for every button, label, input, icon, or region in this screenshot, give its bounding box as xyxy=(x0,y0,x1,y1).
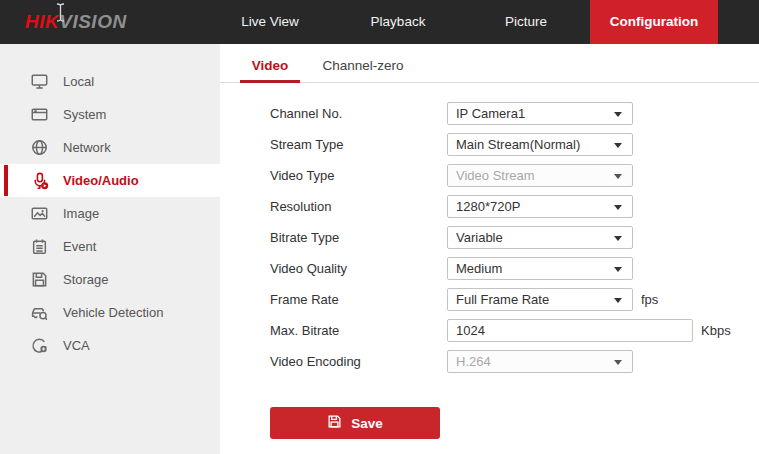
hikvision-config-page: HIKVISION Live View Playback Picture Con… xyxy=(0,0,759,454)
chevron-down-icon xyxy=(614,298,622,303)
video-quality-value: Medium xyxy=(456,261,502,276)
sidebar-item-vehicle-detection[interactable]: Vehicle Detection xyxy=(0,296,220,329)
stream-type-label: Stream Type xyxy=(270,137,447,152)
bitrate-type-label: Bitrate Type xyxy=(270,230,447,245)
save-button-label: Save xyxy=(351,416,383,431)
sidebar-item-image[interactable]: Image xyxy=(0,197,220,230)
sidebar-item-system[interactable]: System xyxy=(0,98,220,131)
tab-channel-zero[interactable]: Channel-zero xyxy=(319,44,406,83)
bitrate-type-select[interactable]: Variable xyxy=(447,226,633,249)
storage-icon xyxy=(30,270,49,289)
monitor-icon xyxy=(30,72,49,91)
chevron-down-icon xyxy=(614,360,622,365)
sidebar-item-label: VCA xyxy=(63,338,90,353)
chevron-down-icon xyxy=(614,174,622,179)
channel-no-label: Channel No. xyxy=(270,106,447,121)
row-stream-type: Stream Type Main Stream(Normal) xyxy=(270,133,759,156)
video-quality-select[interactable]: Medium xyxy=(447,257,633,280)
video-encoding-label: Video Encoding xyxy=(270,354,447,369)
sidebar-item-label: Local xyxy=(63,74,94,89)
save-icon xyxy=(327,414,342,432)
channel-no-select[interactable]: IP Camera1 xyxy=(447,102,633,125)
frame-rate-value: Full Frame Rate xyxy=(456,292,549,307)
nav-configuration[interactable]: Configuration xyxy=(590,0,718,44)
sidebar-item-storage[interactable]: Storage xyxy=(0,263,220,296)
logo-vision: VISION xyxy=(59,11,126,33)
row-resolution: Resolution 1280*720P xyxy=(270,195,759,218)
chevron-down-icon xyxy=(614,267,622,272)
window-icon xyxy=(30,105,49,124)
video-type-label: Video Type xyxy=(270,168,447,183)
nav-playback[interactable]: Playback xyxy=(334,0,462,44)
sidebar-item-video-audio[interactable]: Video/Audio xyxy=(0,164,220,197)
channel-no-value: IP Camera1 xyxy=(456,106,525,121)
video-type-value: Video Stream xyxy=(456,168,535,183)
resolution-value: 1280*720P xyxy=(456,199,520,214)
chevron-down-icon xyxy=(614,236,622,241)
video-settings-form: Channel No. IP Camera1 Stream Type Main … xyxy=(220,83,759,439)
globe-icon xyxy=(30,138,49,157)
video-quality-label: Video Quality xyxy=(270,261,447,276)
sidebar-item-label: Event xyxy=(63,239,96,254)
max-bitrate-label: Max. Bitrate xyxy=(270,323,447,338)
row-video-type: Video Type Video Stream xyxy=(270,164,759,187)
row-video-quality: Video Quality Medium xyxy=(270,257,759,280)
nav-live-view[interactable]: Live View xyxy=(206,0,334,44)
row-channel-no: Channel No. IP Camera1 xyxy=(270,102,759,125)
stream-type-value: Main Stream(Normal) xyxy=(456,137,580,152)
resolution-select[interactable]: 1280*720P xyxy=(447,195,633,218)
tab-video[interactable]: Video xyxy=(240,44,300,83)
vehicle-search-icon xyxy=(30,303,49,322)
chevron-down-icon xyxy=(614,205,622,210)
frame-rate-label: Frame Rate xyxy=(270,292,447,307)
sidebar-item-vca[interactable]: VCA xyxy=(0,329,220,362)
main-content: Video Channel-zero Channel No. IP Camera… xyxy=(220,44,759,454)
video-encoding-value: H.264 xyxy=(456,354,491,369)
microphone-icon xyxy=(30,171,49,190)
row-frame-rate: Frame Rate Full Frame Rate fps xyxy=(270,288,759,311)
hikvision-logo: HIKVISION xyxy=(25,0,127,44)
max-bitrate-input[interactable] xyxy=(447,319,693,342)
image-icon xyxy=(30,204,49,223)
sidebar-item-label: Video/Audio xyxy=(63,173,139,188)
row-bitrate-type: Bitrate Type Variable xyxy=(270,226,759,249)
chevron-down-icon xyxy=(614,143,622,148)
text-cursor-icon xyxy=(53,2,68,27)
fps-unit-label: fps xyxy=(641,292,658,307)
stream-type-select[interactable]: Main Stream(Normal) xyxy=(447,133,633,156)
top-header: HIKVISION Live View Playback Picture Con… xyxy=(0,0,759,44)
chevron-down-icon xyxy=(614,112,622,117)
sidebar-item-label: Vehicle Detection xyxy=(63,305,163,320)
vca-icon xyxy=(30,336,49,355)
sidebar-item-label: Network xyxy=(63,140,111,155)
sidebar-item-label: Storage xyxy=(63,272,109,287)
config-sidebar: Local System Network Video/ xyxy=(0,44,220,454)
row-video-encoding: Video Encoding H.264 xyxy=(270,350,759,373)
nav-picture[interactable]: Picture xyxy=(462,0,590,44)
resolution-label: Resolution xyxy=(270,199,447,214)
sidebar-item-local[interactable]: Local xyxy=(0,65,220,98)
sidebar-item-network[interactable]: Network xyxy=(0,131,220,164)
video-type-select: Video Stream xyxy=(447,164,633,187)
sidebar-item-label: Image xyxy=(63,206,99,221)
save-button[interactable]: Save xyxy=(270,407,440,439)
sidebar-item-label: System xyxy=(63,107,106,122)
kbps-unit-label: Kbps xyxy=(701,323,731,338)
event-icon xyxy=(30,237,49,256)
bitrate-type-value: Variable xyxy=(456,230,503,245)
video-encoding-select: H.264 xyxy=(447,350,633,373)
sidebar-item-event[interactable]: Event xyxy=(0,230,220,263)
video-audio-tabbar: Video Channel-zero xyxy=(220,44,759,83)
top-navigation: Live View Playback Picture Configuration xyxy=(206,0,718,44)
frame-rate-select[interactable]: Full Frame Rate xyxy=(447,288,633,311)
row-max-bitrate: Max. Bitrate Kbps xyxy=(270,319,759,342)
